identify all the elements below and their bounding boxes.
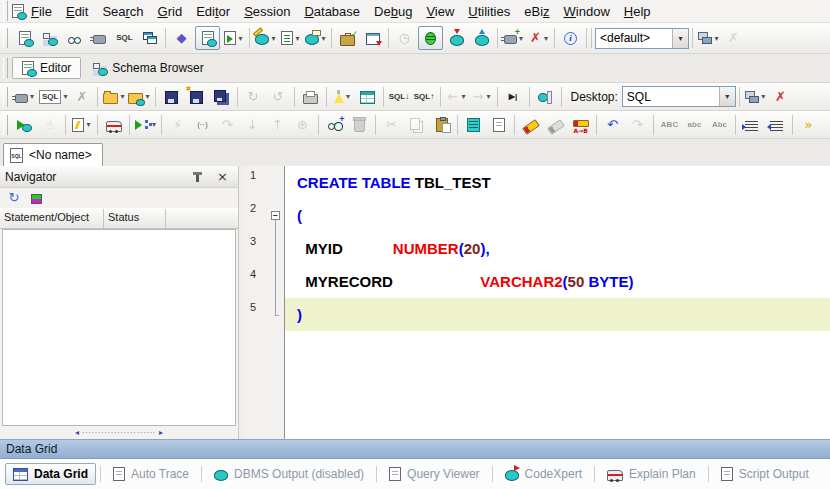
outdent-icon[interactable] — [765, 114, 788, 136]
add-watch-icon[interactable]: ⊕ — [291, 114, 314, 136]
windows-icon[interactable] — [138, 27, 161, 49]
redo-icon[interactable]: ↷ — [626, 114, 649, 136]
project-manager-icon[interactable] — [336, 27, 359, 49]
save-as-icon[interactable] — [185, 86, 208, 108]
find-next-icon[interactable] — [544, 114, 567, 136]
save-all-icon[interactable] — [210, 86, 233, 108]
halt-execution-icon[interactable]: ☝ — [38, 114, 61, 136]
save-desktop-icon[interactable]: ▾ — [744, 86, 767, 108]
dropdown-caret-icon[interactable]: ▾ — [238, 34, 242, 43]
paste-icon[interactable] — [430, 114, 453, 136]
indent-icon[interactable] — [740, 114, 763, 136]
lowercase-icon[interactable]: abc — [683, 114, 706, 136]
menu-debug[interactable]: Debug — [367, 3, 419, 20]
close-window-icon[interactable]: ✗ — [722, 27, 745, 49]
tab-explain-plan[interactable]: Explain Plan — [599, 463, 704, 485]
pin-icon[interactable] — [186, 166, 209, 188]
new-connection-icon[interactable] — [88, 27, 111, 49]
fold-column[interactable]: − — [270, 199, 283, 232]
tab-schema-browser[interactable]: Schema Browser — [83, 57, 213, 79]
menu-help[interactable]: Help — [617, 3, 658, 20]
editor-window-icon[interactable] — [195, 26, 220, 50]
capitalize-icon[interactable]: Abc — [708, 114, 731, 136]
step-out-icon[interactable]: ↑ — [266, 114, 289, 136]
dropdown-caret-icon[interactable]: ▾ — [461, 92, 465, 101]
scroll-right-icon[interactable]: ▸ — [159, 428, 163, 437]
connection-select[interactable]: <default>▾ — [595, 28, 689, 49]
about-icon[interactable] — [559, 27, 582, 49]
code-editor[interactable]: 1CREATE TABLE TBL_TEST2−(3 MYID NUMBER(2… — [244, 166, 830, 439]
import-db-icon[interactable] — [445, 27, 468, 49]
fold-toggle-icon[interactable]: − — [271, 211, 280, 220]
dropdown-caret-icon[interactable]: ▾ — [714, 34, 718, 43]
tab-script-output[interactable]: Script Output — [713, 463, 817, 485]
dropdown-caret-icon[interactable]: ▾ — [672, 29, 688, 48]
code-line[interactable]: MYID NUMBER(20), — [285, 232, 830, 265]
dropdown-caret-icon[interactable]: ▾ — [321, 34, 325, 43]
new-file-icon[interactable] — [487, 114, 510, 136]
navigator-scrollbar[interactable]: ◂ ······················· ▸ — [0, 426, 238, 439]
delete-desktop-icon[interactable]: ✗ — [769, 86, 792, 108]
cut-icon[interactable]: ✂ — [380, 114, 403, 136]
uppercase-icon[interactable]: ABC — [658, 114, 681, 136]
dropdown-caret-icon[interactable]: ▾ — [145, 92, 149, 101]
editor-to-sql-icon[interactable]: SQL↑ — [413, 86, 436, 108]
timer-icon[interactable]: ◷ — [393, 27, 416, 49]
reload-file-icon[interactable]: ↻ — [242, 86, 265, 108]
recall-statement-icon[interactable]: SQL▾ — [38, 86, 68, 108]
print-icon[interactable] — [299, 86, 322, 108]
execute-statement-icon[interactable] — [13, 114, 36, 136]
step-over-icon[interactable]: ↷ — [216, 114, 239, 136]
dropdown-caret-icon[interactable]: ▾ — [152, 120, 156, 129]
explain-plan-toolbar-icon[interactable] — [102, 114, 125, 136]
analyze-icon[interactable]: ▾ — [331, 86, 354, 108]
more-buttons-icon[interactable]: » — [797, 114, 820, 136]
dropdown-caret-icon[interactable]: ▾ — [486, 92, 490, 101]
export-db-icon[interactable] — [470, 27, 493, 49]
save-window-icon[interactable] — [361, 27, 384, 49]
execute-script-icon[interactable]: ▾ — [70, 114, 93, 136]
menu-editor[interactable]: Editor — [189, 3, 237, 20]
describe-select-icon[interactable] — [462, 114, 485, 136]
sql-to-editor-icon[interactable]: SQL↓ — [388, 86, 411, 108]
replace-icon[interactable] — [569, 114, 592, 136]
menu-utilities[interactable]: Utilities — [461, 3, 517, 20]
open-from-db-icon[interactable]: ▾ — [127, 86, 150, 108]
menu-view[interactable]: View — [419, 3, 461, 20]
toolbar-grip[interactable] — [3, 58, 8, 78]
menu-grid[interactable]: Grid — [151, 3, 190, 20]
dropdown-caret-icon[interactable]: ▾ — [271, 34, 275, 43]
db-message-icon[interactable]: ▾ — [304, 27, 327, 49]
new-editor-icon[interactable] — [13, 27, 36, 49]
tab-codexpert[interactable]: CodeXpert — [497, 463, 590, 485]
tab-dbms-output-disabled[interactable]: DBMS Output (disabled) — [206, 463, 372, 485]
delete-breakpoints-icon[interactable] — [348, 114, 371, 136]
step-into-icon[interactable]: ↓ — [241, 114, 264, 136]
set-parameters-icon[interactable]: (··) — [191, 114, 214, 136]
scrollbar-track[interactable]: ······················· — [82, 429, 156, 437]
watch-icon[interactable] — [323, 114, 346, 136]
toolbar-grip[interactable] — [3, 115, 8, 135]
dropdown-caret-icon[interactable]: ▾ — [346, 92, 350, 101]
sql-tracker-icon[interactable]: SQL — [113, 27, 136, 49]
auto-optimize-icon[interactable]: ▾ — [134, 114, 157, 136]
dropdown-caret-icon[interactable]: ▾ — [719, 87, 735, 106]
dropdown-caret-icon[interactable]: ▾ — [544, 34, 548, 43]
toolbar-grip[interactable] — [3, 28, 8, 48]
dropdown-caret-icon[interactable]: ▾ — [86, 120, 90, 129]
disconnect-icon[interactable]: ✗▾ — [527, 27, 550, 49]
execute-to-end-icon[interactable]: ▶| — [502, 86, 525, 108]
menu-ebiz[interactable]: eBiz — [517, 3, 556, 20]
describe-objects-icon[interactable]: ▾ — [254, 27, 277, 49]
menu-search[interactable]: Search — [95, 3, 150, 20]
code-line[interactable]: MYRECORD VARCHAR2(50 BYTE) — [285, 265, 830, 298]
editor-empty-area[interactable] — [244, 331, 830, 439]
dropdown-caret-icon[interactable]: ▾ — [63, 92, 67, 101]
report-icon[interactable]: ▾ — [279, 27, 302, 49]
save-file-icon[interactable] — [160, 86, 183, 108]
forward-icon[interactable]: →▾ — [470, 86, 493, 108]
editor-empty-code[interactable] — [285, 331, 830, 439]
doc-tab-no-name[interactable]: <No name> — [3, 143, 103, 166]
menu-window[interactable]: Window — [557, 3, 617, 20]
scroll-left-icon[interactable]: ◂ — [75, 428, 79, 437]
